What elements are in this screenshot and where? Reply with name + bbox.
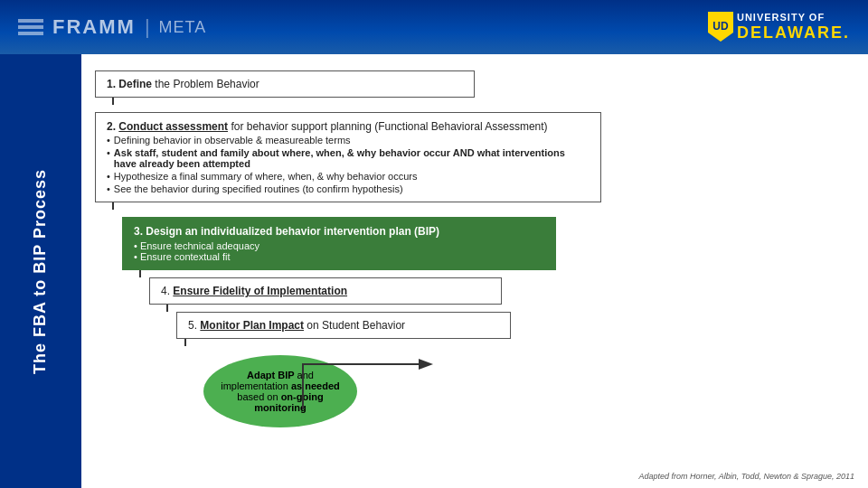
steps-wrapper: 1. Define the Problem Behavior 2. Conduc… [95,70,850,427]
university-name: UNIVERSITY OF [737,12,850,23]
arrow-2-3-vertical [112,202,114,210]
arrow-5-oval-container [95,339,850,346]
university-logo: UD UNIVERSITY OF DELAWARE. [708,12,850,42]
step1-bold: Define [118,78,152,90]
step3-indent: 3. Design an individualized behavior int… [122,210,850,270]
ud-shield-icon: UD [708,12,733,42]
arrow-4-5-container [95,305,850,312]
arrow-3-4-container [95,270,850,277]
step4-indent: 4. Ensure Fidelity of Implementation [149,277,850,305]
feedback-arrow-icon [285,346,466,418]
step2-box: 2. Conduct assessment for behavior suppo… [95,112,601,202]
sidebar-label: The FBA to BIP Process [32,168,51,373]
step1-rest: the Problem Behavior [152,78,259,90]
step4-bold: Ensure Fidelity of Implementation [173,285,347,297]
step5-number: 5. [188,319,200,332]
step2-bullet2-text: Ask staff, student and family about wher… [114,147,590,169]
step5-box: 5. Monitor Plan Impact on Student Behavi… [176,312,511,339]
step3-header: 3. Design an individualized behavior int… [134,225,544,238]
step5-indent: 5. Monitor Plan Impact on Student Behavi… [176,312,850,339]
step2-bullet1: Defining behavior in observable & measur… [107,135,590,145]
step3-bullet1: • Ensure technical adequacy [134,240,544,251]
header-left: FRAMM | META [18,15,206,39]
step1-number: 1. [107,78,118,90]
step2-rest: for behavior support planning (Functiona… [228,120,548,133]
step4-box: 4. Ensure Fidelity of Implementation [149,277,502,305]
header: FRAMM | META UD UNIVERSITY OF DELAWARE. [0,0,868,54]
university-highlight: DELAWARE. [737,23,850,42]
step2-bullet1-text: Defining behavior in observable & measur… [114,135,351,145]
arrow-2-3-container [95,202,850,210]
brand-right: META [159,18,207,37]
oval-section: Adapt BIP and implementation as needed b… [149,355,850,427]
arrow-1-2 [112,98,114,105]
step2-bullet4: See the behavior during specified routin… [107,183,590,194]
sidebar: The FBA to BIP Process [0,54,81,488]
oval-text-based: based on [237,391,280,402]
step4-number: 4. [161,285,173,297]
brand-left: FRAMM [52,15,136,39]
step5-rest: on Student Behavior [304,319,405,332]
step3-box: 3. Design an individualized behavior int… [122,217,556,270]
main-content: The FBA to BIP Process 1. Define the Pro… [0,54,868,488]
citation: Adapted from Horner, Albin, Todd, Newton… [639,472,854,481]
arrow-3-4-vertical [139,270,141,277]
step5-bold: Monitor Plan Impact [200,319,304,332]
brand-divider: | [145,15,150,39]
menu-icon [18,19,43,35]
step2-bullet2: Ask staff, student and family about wher… [107,147,590,169]
arrow-5-oval-vertical [184,339,186,346]
step2-number: 2. Conduct assessment [107,120,228,133]
arrow-4-5-vertical [166,305,168,312]
svg-text:UD: UD [712,20,729,33]
step1-box: 1. Define the Problem Behavior [95,70,475,98]
step2-bullet3: Hypothesize a final summary of where, wh… [107,171,590,182]
step3-bullet2: • Ensure contextual fit [134,251,544,262]
step2-bullet4-text: See the behavior during specified routin… [114,183,403,194]
step3-number: 3. Design an individualized behavior int… [134,225,439,238]
step2-bullet3-text: Hypothesize a final summary of where, wh… [114,171,418,182]
step2-header: 2. Conduct assessment for behavior suppo… [107,120,590,133]
diagram-area: 1. Define the Problem Behavior 2. Conduc… [81,54,868,488]
